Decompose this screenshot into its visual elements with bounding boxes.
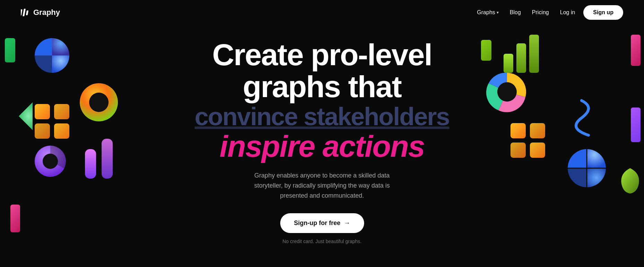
hero-section: Create pro-level graphs that convince st… xyxy=(0,25,644,244)
signup-button[interactable]: Sign up xyxy=(583,5,623,20)
logo[interactable]: Graphy xyxy=(21,8,60,17)
hero-inspire-text: inspire actions xyxy=(220,130,424,162)
hero-scrolling-text: convince stakeholders xyxy=(195,103,449,130)
logo-icon xyxy=(21,9,31,16)
arrow-icon: → xyxy=(344,219,350,227)
svg-rect-23 xyxy=(23,9,26,16)
graphs-chevron-icon: ▾ xyxy=(497,10,499,15)
svg-rect-22 xyxy=(21,9,23,16)
hero-note: No credit card. Just beautiful graphs. xyxy=(282,239,361,244)
hero-cta-area: Sign-up for free → No credit card. Just … xyxy=(280,213,364,244)
svg-rect-24 xyxy=(26,10,28,15)
hero-description: Graphy enables anyone to become a skille… xyxy=(246,171,398,200)
hero-title: Create pro-level graphs that xyxy=(212,39,432,103)
nav-blog-link[interactable]: Blog xyxy=(510,9,521,15)
nav-graphs-link[interactable]: Graphs ▾ xyxy=(477,9,498,16)
nav-auth: Log in Sign up xyxy=(560,5,623,20)
nav-links: Graphs ▾ Blog Pricing xyxy=(477,9,549,16)
navbar: Graphy Graphs ▾ Blog Pricing Log in Sign… xyxy=(0,0,644,25)
nav-pricing-link[interactable]: Pricing xyxy=(532,9,549,15)
login-link[interactable]: Log in xyxy=(560,9,575,16)
signup-free-button[interactable]: Sign-up for free → xyxy=(280,213,364,233)
